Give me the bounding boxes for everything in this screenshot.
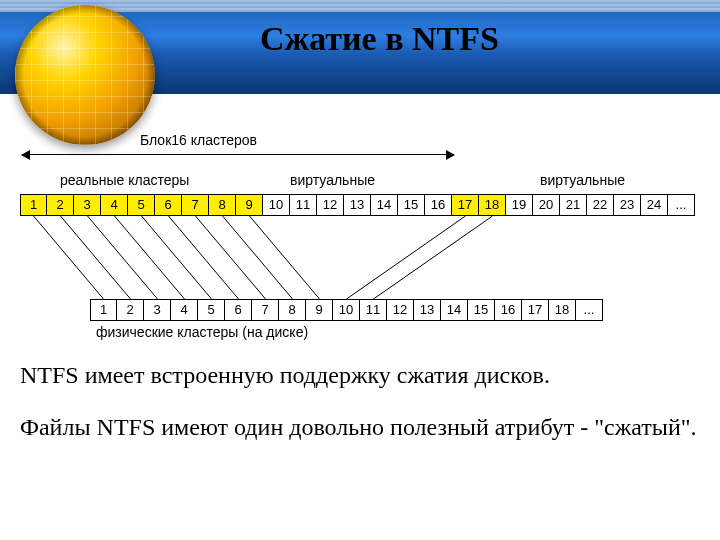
svg-line-7 [223, 216, 293, 299]
svg-line-6 [196, 216, 266, 299]
body-text: NTFS имеет встроенную поддержку сжатия д… [20, 360, 700, 464]
header-bar: Сжатие в NTFS [0, 0, 720, 94]
paragraph-1: NTFS имеет встроенную поддержку сжатия д… [20, 360, 700, 390]
cluster-diagram: Блок16 кластеров реальные кластеры вирту… [10, 124, 710, 349]
page-title: Сжатие в NTFS [260, 20, 499, 58]
svg-line-3 [115, 216, 185, 299]
svg-line-4 [142, 216, 212, 299]
svg-line-10 [374, 216, 493, 299]
svg-line-1 [61, 216, 131, 299]
mapping-connectors [10, 124, 710, 349]
globe-icon [15, 5, 155, 145]
svg-line-9 [347, 216, 466, 299]
svg-line-8 [250, 216, 320, 299]
phys-label: физические кластеры (на диске) [96, 324, 308, 340]
svg-line-2 [88, 216, 158, 299]
paragraph-2: Файлы NTFS имеют один довольно полезный … [20, 412, 700, 442]
svg-line-0 [34, 216, 104, 299]
svg-line-5 [169, 216, 239, 299]
